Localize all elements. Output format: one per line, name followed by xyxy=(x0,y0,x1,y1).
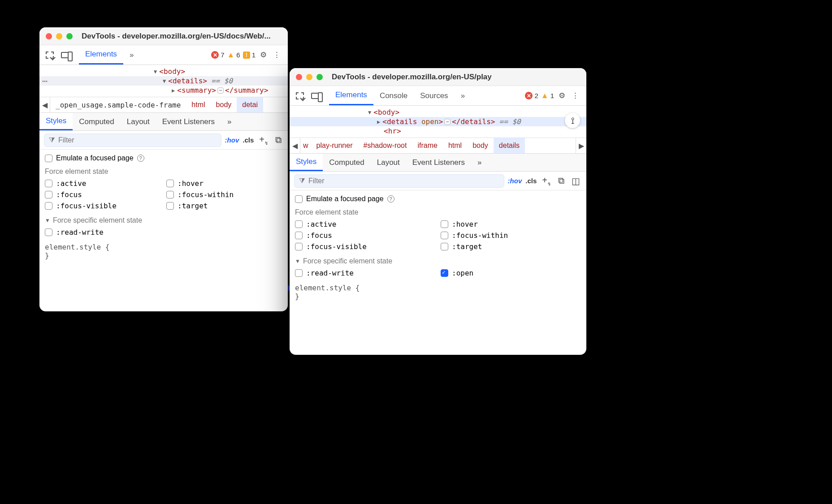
state-target-checkbox[interactable] xyxy=(166,202,174,210)
zoom-icon[interactable] xyxy=(66,33,73,39)
subtab-layout[interactable]: Layout xyxy=(371,154,406,171)
zoom-icon[interactable] xyxy=(316,74,323,80)
warnings-badge[interactable]: ▲6 xyxy=(227,51,240,60)
state-open-checkbox[interactable] xyxy=(441,269,448,277)
minimize-icon[interactable] xyxy=(306,74,312,80)
subtabs-overflow[interactable]: » xyxy=(221,113,238,130)
inspect-icon[interactable] xyxy=(44,49,56,61)
state-active-checkbox[interactable] xyxy=(45,180,52,187)
minimize-icon[interactable] xyxy=(56,33,62,39)
state-read-write-checkbox[interactable] xyxy=(295,269,303,277)
emulate-focus-checkbox[interactable] xyxy=(45,155,52,162)
subtab-styles[interactable]: Styles xyxy=(290,154,323,171)
breadcrumb-item[interactable]: w xyxy=(300,142,311,150)
state-focus-within-checkbox[interactable] xyxy=(166,191,174,198)
state-read-write-checkbox[interactable] xyxy=(45,228,52,236)
breadcrumb-left-arrow-icon[interactable]: ◀ xyxy=(39,97,50,112)
tab-elements[interactable]: Elements xyxy=(329,86,373,105)
kebab-icon[interactable]: ⋮ xyxy=(271,48,282,61)
subtab-styles[interactable]: Styles xyxy=(39,113,73,130)
style-rule[interactable]: element.style {} xyxy=(295,284,581,301)
row-actions-icon[interactable]: ⋯ xyxy=(42,76,48,86)
filter-input[interactable]: ⧩ Filter xyxy=(44,134,221,147)
help-icon[interactable]: ? xyxy=(137,155,144,162)
breadcrumb-right-arrow-icon[interactable]: ▶ xyxy=(576,138,586,153)
state-focus-visible-checkbox[interactable] xyxy=(45,202,52,210)
errors-badge[interactable]: ✕2 xyxy=(525,92,538,99)
accessibility-icon[interactable]: ⟟ xyxy=(565,113,580,128)
dom-tree[interactable]: ▼<body> ⋯ ▼<details>== $0 ▶<summary>⋯</s… xyxy=(39,65,288,97)
style-rule[interactable]: element.style {} xyxy=(45,243,282,260)
tabs-overflow[interactable]: » xyxy=(123,45,140,65)
computed-toggle-icon[interactable]: ⧉ xyxy=(273,134,283,146)
state-hover-checkbox[interactable] xyxy=(166,180,174,187)
state-focus-checkbox[interactable] xyxy=(295,232,303,239)
breadcrumb-item[interactable]: iframe xyxy=(412,142,442,150)
emulate-focus-checkbox[interactable] xyxy=(295,195,303,203)
inspect-icon[interactable] xyxy=(294,90,306,102)
state-active-checkbox[interactable] xyxy=(295,220,303,228)
breadcrumb-item[interactable]: html xyxy=(443,142,467,150)
styles-body: Emulate a focused page ? Force element s… xyxy=(290,190,586,305)
issues-badge[interactable]: !1 xyxy=(243,51,256,59)
cls-toggle[interactable]: .cls xyxy=(243,136,254,144)
tab-sources[interactable]: Sources xyxy=(414,86,454,105)
close-icon[interactable] xyxy=(296,74,302,80)
new-rule-icon[interactable]: +↯ xyxy=(257,134,270,146)
close-icon[interactable] xyxy=(46,33,52,39)
new-rule-icon[interactable]: +↯ xyxy=(540,174,553,187)
traffic-lights xyxy=(46,33,73,39)
subtab-layout[interactable]: Layout xyxy=(121,113,156,130)
device-toggle-icon[interactable] xyxy=(60,49,72,61)
main-toolbar: Elements » ✕7 ▲6 !1 ⚙ ⋮ xyxy=(39,45,288,65)
emulate-focus-label: Emulate a focused page xyxy=(306,195,384,203)
filter-input[interactable]: ⧩ Filter xyxy=(294,174,504,188)
help-icon[interactable]: ? xyxy=(387,195,394,202)
subtab-computed[interactable]: Computed xyxy=(323,154,370,171)
warnings-badge[interactable]: ▲1 xyxy=(541,91,554,100)
breadcrumb-item[interactable]: _open_usage.sample-code-frame xyxy=(50,101,186,109)
state-target-checkbox[interactable] xyxy=(441,243,448,250)
filter-icon: ⧩ xyxy=(299,177,305,185)
breadcrumb-item[interactable]: play-runner xyxy=(311,142,358,150)
chevron-down-icon[interactable]: ▼ xyxy=(295,258,300,264)
breadcrumb-item-current[interactable]: detai xyxy=(237,97,263,112)
hov-toggle[interactable]: :hov xyxy=(508,177,522,185)
breadcrumb-left-arrow-icon[interactable]: ◀ xyxy=(290,138,300,153)
kebab-icon[interactable]: ⋮ xyxy=(570,89,581,102)
breadcrumb-item-current[interactable]: details xyxy=(494,138,525,153)
breadcrumb-item[interactable]: #shadow-root xyxy=(358,142,412,150)
tab-console[interactable]: Console xyxy=(373,86,414,105)
ellipsis-icon[interactable]: ⋯ xyxy=(217,87,224,94)
breadcrumb-item[interactable]: body xyxy=(211,101,237,109)
subtab-event-listeners[interactable]: Event Listeners xyxy=(156,113,221,130)
gear-icon[interactable]: ⚙ xyxy=(258,48,269,61)
state-focus-visible-checkbox[interactable] xyxy=(295,243,303,250)
styles-tabs: Styles Computed Layout Event Listeners » xyxy=(39,113,288,131)
ellipsis-icon[interactable]: ⋯ xyxy=(444,119,451,125)
state-focus-checkbox[interactable] xyxy=(45,191,52,198)
subtab-computed[interactable]: Computed xyxy=(73,113,120,130)
gear-icon[interactable]: ⚙ xyxy=(557,89,567,102)
dom-tree[interactable]: ▼<body> ▶<details open>⋯</details>== $0 … xyxy=(290,106,586,138)
errors-badge[interactable]: ✕7 xyxy=(211,51,224,59)
rendering-icon[interactable]: ⧉ xyxy=(556,175,566,187)
cls-toggle[interactable]: .cls xyxy=(525,177,537,185)
subtab-event-listeners[interactable]: Event Listeners xyxy=(406,154,471,171)
styles-body: Emulate a focused page ? Force element s… xyxy=(39,150,288,264)
chevron-down-icon[interactable]: ▼ xyxy=(45,217,50,224)
filter-row: ⧩ Filter :hov .cls +↯ ⧉ ◫ xyxy=(290,172,586,190)
breadcrumb: ◀ w play-runner #shadow-root iframe html… xyxy=(290,138,586,154)
subtabs-overflow[interactable]: » xyxy=(471,154,488,171)
breadcrumb-item[interactable]: html xyxy=(186,101,210,109)
hov-toggle[interactable]: :hov xyxy=(225,136,239,144)
tab-elements[interactable]: Elements xyxy=(79,45,123,65)
main-toolbar: Elements Console Sources » ✕2 ▲1 ⚙ ⋮ xyxy=(290,86,586,106)
state-hover-checkbox[interactable] xyxy=(441,220,448,228)
device-toggle-icon[interactable] xyxy=(310,90,322,102)
breadcrumb-item[interactable]: body xyxy=(467,142,494,150)
panel-toggle-icon[interactable]: ◫ xyxy=(570,175,582,187)
tabs-overflow[interactable]: » xyxy=(455,86,471,105)
state-focus-within-checkbox[interactable] xyxy=(441,232,448,239)
filter-placeholder: Filter xyxy=(308,177,325,185)
